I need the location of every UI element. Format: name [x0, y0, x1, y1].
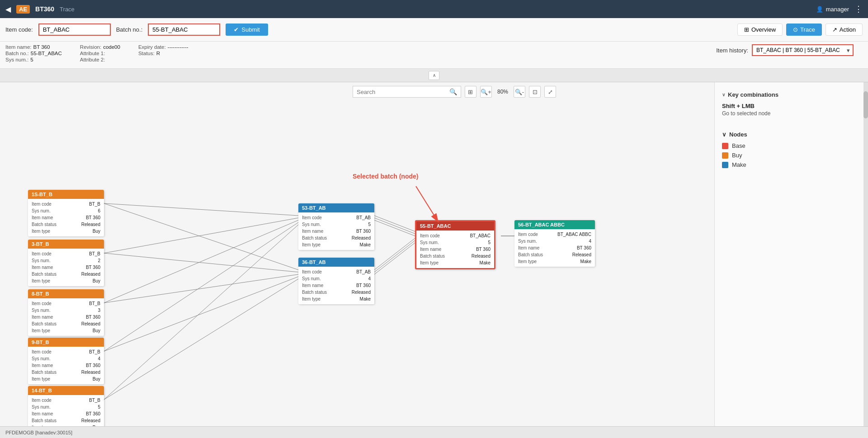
- user-name: manager: [826, 6, 849, 13]
- expiry-value: ------------: [168, 44, 189, 50]
- node-55-bt-abac-header: 55-BT_ABAC: [416, 221, 494, 231]
- svg-line-0: [104, 203, 298, 216]
- svg-line-5: [104, 274, 298, 303]
- attribute1-label: Attribute 1:: [80, 51, 105, 56]
- svg-line-10: [374, 216, 415, 231]
- search-box: 🔍: [353, 86, 461, 98]
- legend-label-base: Base: [732, 142, 745, 149]
- svg-line-12: [374, 220, 415, 236]
- overview-icon: ⊞: [744, 26, 749, 33]
- svg-line-18: [416, 186, 439, 222]
- shift-lmb-label: Shift + LMB: [722, 103, 861, 109]
- search-input[interactable]: [357, 89, 447, 95]
- node-56-bt-abac-abbc-body: Item codeBT_ABAC ABBC Sys num.4 Item nam…: [514, 229, 595, 267]
- node-56-bt-abac-abbc-header: 56-BT_ABAC ABBC: [514, 220, 595, 229]
- zoom-out-button[interactable]: 🔍-: [514, 86, 525, 98]
- status-bar: PFDEMOGB [hanadev:30015]: [0, 426, 868, 438]
- grid-menu-button[interactable]: ⋮: [854, 4, 863, 14]
- nodes-legend-section: ∨ Nodes Base Buy Make: [715, 127, 868, 175]
- status-text: PFDEMOGB [hanadev:30015]: [5, 430, 72, 435]
- node-3-bt-b-body: Item codeBT_B Sys num.2 Item nameBT 360 …: [28, 249, 104, 286]
- node-53-bt-ab[interactable]: 53-BT_AB Item codeBT_AB Sys num.5 Item n…: [298, 203, 374, 250]
- submit-label: Submit: [241, 26, 259, 33]
- legend-item-buy: Buy: [722, 152, 861, 159]
- user-icon: 👤: [816, 6, 823, 13]
- svg-line-6: [104, 222, 298, 351]
- legend-dot-make: [722, 162, 728, 168]
- batch-no-info-label: Batch no.:: [5, 51, 29, 56]
- svg-line-7: [104, 277, 298, 351]
- user-info: 👤 manager: [816, 6, 849, 13]
- chevron-icon: ∨: [722, 92, 725, 97]
- back-button[interactable]: ◀: [5, 5, 11, 14]
- shift-lmb-desc: Go to selected node: [722, 110, 861, 117]
- node-14-bt-b-header: 14-BT_B: [28, 386, 104, 395]
- trace-icon: ⊙: [793, 26, 798, 33]
- legend-dot-base: [722, 143, 728, 149]
- node-1s-bt-b[interactable]: 1S-BT_B Item codeBT_B Sys num.6 Item nam…: [28, 190, 104, 236]
- right-panel: ∨ Key combinations Shift + LMB Go to sel…: [714, 82, 868, 438]
- legend-item-base: Base: [722, 142, 861, 149]
- legend-label-buy: Buy: [732, 152, 742, 159]
- history-wrapper: BT_ABAC | BT 360 | 55-BT_ABAC: [752, 44, 854, 56]
- node-14-bt-b[interactable]: 14-BT_B Item codeBT_B Sys num.5 Item nam…: [28, 386, 104, 433]
- svg-line-11: [374, 218, 415, 234]
- node-8-bt-b-body: Item codeBT_B Sys num.3 Item nameBT 360 …: [28, 298, 104, 336]
- node-55-bt-abac-body: Item codeBT_ABAC Sys num.5 Item nameBT 3…: [416, 231, 494, 268]
- zoom-in-button[interactable]: 🔍+: [480, 86, 492, 98]
- fullscreen-button[interactable]: ⤢: [544, 86, 556, 98]
- current-page-nav: Trace: [60, 6, 75, 13]
- sys-num-value: 5: [30, 57, 33, 62]
- trace-button[interactable]: ⊙ Trace: [786, 24, 822, 36]
- status-label: Status:: [138, 51, 155, 56]
- scrollbar-thumb[interactable]: [863, 91, 868, 118]
- action-button[interactable]: ↗ Action: [826, 24, 863, 36]
- overview-button[interactable]: ⊞ Overview: [737, 24, 783, 36]
- node-53-bt-ab-header: 53-BT_AB: [298, 203, 374, 212]
- nodes-legend-title[interactable]: ∨ Nodes: [722, 131, 861, 138]
- key-combinations-label: Key combinations: [728, 91, 778, 98]
- diagram-canvas[interactable]: 🔍 ⊞ 🔍+ 80% 🔍- ⊡ ⤢: [0, 82, 714, 438]
- app-name: BT360: [35, 5, 54, 13]
- submit-button[interactable]: ✔ Submit: [226, 24, 268, 36]
- node-56-bt-abac-abbc[interactable]: 56-BT_ABAC ABBC Item codeBT_ABAC ABBC Sy…: [514, 220, 595, 267]
- node-36-bt-ab[interactable]: 36-BT_AB Item codeBT_AB Sys num.4 Item n…: [298, 258, 374, 304]
- batch-no-info-value: 55-BT_ABAC: [31, 51, 62, 56]
- expiry-label: Expiry date:: [138, 44, 166, 50]
- node-1s-bt-b-header: 1S-BT_B: [28, 190, 104, 199]
- info-col-3: Expiry date: ------------ Status: R: [138, 44, 189, 56]
- history-label: Item history:: [716, 47, 748, 54]
- node-36-bt-ab-body: Item codeBT_AB Sys num.4 Item nameBT 360…: [298, 267, 374, 304]
- svg-line-2: [104, 218, 298, 253]
- app-logo: AE: [16, 5, 30, 14]
- item-code-label: Item code:: [5, 26, 33, 33]
- zoom-level: 80%: [495, 89, 510, 95]
- search-icon: 🔍: [449, 88, 457, 95]
- collapse-bar[interactable]: ∧: [0, 69, 868, 82]
- node-9-bt-b-header: 9-BT_B: [28, 338, 104, 347]
- item-name-label: Item name:: [5, 44, 32, 50]
- svg-line-4: [104, 220, 298, 303]
- fit-screen-button[interactable]: ⊡: [529, 86, 541, 98]
- node-3-bt-b-header: 3-BT_B: [28, 240, 104, 249]
- key-combinations-header[interactable]: ∨ Key combinations: [722, 91, 861, 98]
- node-55-bt-abac-selected[interactable]: 55-BT_ABAC Item codeBT_ABAC Sys num.5 It…: [415, 220, 495, 269]
- svg-line-3: [104, 253, 298, 272]
- info-bar-right: Item history: BT_ABAC | BT 360 | 55-BT_A…: [716, 44, 863, 56]
- table-view-button[interactable]: ⊞: [465, 86, 476, 98]
- svg-line-15: [374, 243, 415, 274]
- node-3-bt-b[interactable]: 3-BT_B Item codeBT_B Sys num.2 Item name…: [28, 240, 104, 286]
- batch-no-input[interactable]: [148, 24, 220, 36]
- info-col-1: Item name: BT 360 Batch no.: 55-BT_ABAC …: [5, 44, 62, 62]
- key-combinations-section: ∨ Key combinations Shift + LMB Go to sel…: [715, 87, 868, 127]
- status-value: R: [156, 51, 160, 56]
- collapse-button[interactable]: ∧: [429, 71, 439, 80]
- nodes-chevron-icon: ∨: [722, 131, 726, 138]
- batch-no-label: Batch no.:: [116, 26, 143, 33]
- item-code-input[interactable]: [38, 24, 111, 36]
- node-8-bt-b[interactable]: 8-BT_B Item codeBT_B Sys num.3 Item name…: [28, 289, 104, 336]
- scrollbar-track[interactable]: [863, 82, 868, 438]
- node-36-bt-ab-header: 36-BT_AB: [298, 258, 374, 267]
- history-select[interactable]: BT_ABAC | BT 360 | 55-BT_ABAC: [752, 44, 854, 56]
- node-9-bt-b[interactable]: 9-BT_B Item codeBT_B Sys num.4 Item name…: [28, 338, 104, 384]
